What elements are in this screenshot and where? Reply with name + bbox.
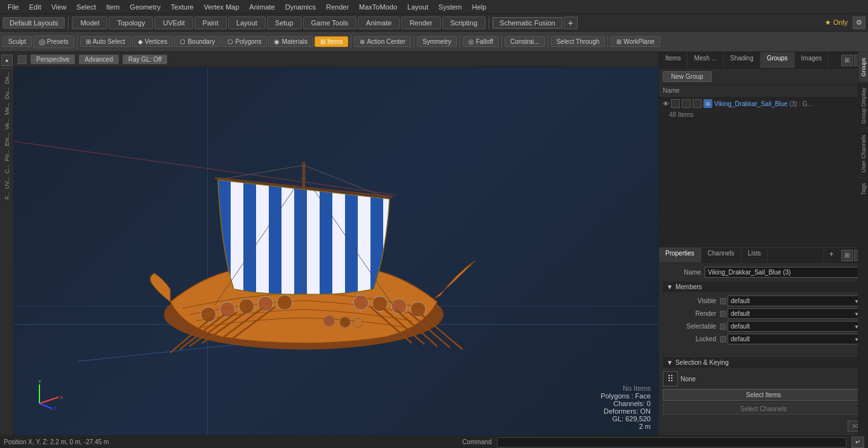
settings-icon[interactable]: ⚙ bbox=[853, 17, 865, 29]
command-submit-btn[interactable]: ↵ bbox=[851, 437, 864, 448]
vtab-group-display[interactable]: Group Display bbox=[858, 82, 868, 129]
select-items-btn[interactable]: Select Items bbox=[663, 389, 864, 401]
svg-line-45 bbox=[39, 397, 58, 404]
viewport[interactable]: Perspective Advanced Ray GL: Off ⟳ ⊕ ⊡ ⊞… bbox=[14, 52, 658, 435]
name-input[interactable] bbox=[705, 267, 864, 278]
items-btn[interactable]: ⊞ Items bbox=[315, 36, 348, 47]
symmetry-btn[interactable]: Symmetry bbox=[417, 36, 457, 47]
layout-tab-animate[interactable]: Animate bbox=[358, 17, 400, 29]
vtab-tags[interactable]: Tags bbox=[858, 177, 868, 200]
ref-icon[interactable] bbox=[693, 99, 702, 108]
sel-keying-header[interactable]: ▼ Selection & Keying bbox=[663, 356, 864, 369]
menu-layout[interactable]: Layout bbox=[402, 2, 433, 12]
new-group-btn[interactable]: New Group bbox=[663, 71, 712, 82]
layout-tab-uvedit[interactable]: UVEdit bbox=[154, 17, 193, 29]
select-channels-btn[interactable]: Select Channels bbox=[663, 403, 864, 415]
tab-mesh[interactable]: Mesh ... bbox=[688, 52, 724, 68]
menu-help[interactable]: Help bbox=[467, 2, 492, 12]
layout-tab-render[interactable]: Render bbox=[401, 17, 440, 29]
auto-select-btn[interactable]: ⊞ Auto Select bbox=[80, 36, 131, 47]
color-swatch[interactable] bbox=[671, 99, 680, 108]
vertices-btn[interactable]: ◆ Vertices bbox=[132, 36, 173, 47]
vtab-user-channels[interactable]: User Channels bbox=[858, 129, 868, 178]
left-sidebar: ■ De... Du... Me... Ve... Em... Po... C.… bbox=[0, 52, 14, 435]
menu-animate[interactable]: Animate bbox=[244, 2, 280, 12]
group-type-icon: G bbox=[703, 99, 712, 108]
render-select[interactable]: default bbox=[728, 308, 862, 319]
command-input[interactable] bbox=[497, 437, 846, 447]
presets-btn[interactable]: ◎ Presets bbox=[33, 36, 74, 48]
sidebar-label-du[interactable]: Du... bbox=[4, 86, 10, 100]
menu-vertex-map[interactable]: Vertex Map bbox=[199, 2, 245, 12]
star-only-label: ★ Only bbox=[825, 18, 848, 27]
sidebar-tool-1[interactable]: ■ bbox=[1, 55, 13, 66]
visibility-icon[interactable]: 👁 bbox=[663, 100, 669, 107]
layout-tab-scripting[interactable]: Scripting bbox=[442, 17, 486, 29]
sidebar-label-em[interactable]: Em... bbox=[4, 132, 10, 147]
menu-edit[interactable]: Edit bbox=[24, 2, 46, 12]
menu-select[interactable]: Select bbox=[71, 2, 101, 12]
menu-file[interactable]: File bbox=[3, 2, 24, 12]
props-tab-channels[interactable]: Channels bbox=[702, 248, 742, 262]
tab-shading[interactable]: Shading bbox=[724, 52, 761, 68]
menu-geometry[interactable]: Geometry bbox=[125, 2, 165, 12]
locked-label: Locked bbox=[665, 336, 716, 343]
layout-tab-topology[interactable]: Topology bbox=[109, 17, 153, 29]
viewport-menu-btn[interactable] bbox=[18, 55, 27, 64]
schematic-fusion-btn[interactable]: Schematic Fusion bbox=[492, 17, 562, 29]
main-area: ■ De... Du... Me... Ve... Em... Po... C.… bbox=[0, 52, 868, 435]
perspective-btn[interactable]: Perspective bbox=[31, 55, 75, 64]
sidebar-label-de[interactable]: De... bbox=[4, 71, 10, 85]
props-tab-properties[interactable]: Properties bbox=[659, 248, 702, 262]
layout-tab-game-tools[interactable]: Game Tools bbox=[303, 17, 357, 29]
selectable-select[interactable]: default bbox=[728, 321, 862, 332]
keying-dots-icon[interactable]: ⠿ bbox=[663, 371, 678, 386]
add-layout-btn[interactable]: + bbox=[564, 17, 578, 29]
menu-dynamics[interactable]: Dynamics bbox=[280, 2, 321, 12]
none-label: None bbox=[681, 376, 864, 383]
viewport-canvas[interactable]: X Y Z No Items Polygons : Face Channels:… bbox=[14, 67, 658, 435]
sidebar-label-me[interactable]: Me... bbox=[4, 101, 10, 116]
constraints-btn[interactable]: Constrai... bbox=[505, 36, 545, 47]
menu-item[interactable]: Item bbox=[101, 2, 125, 12]
props-tab-lists[interactable]: Lists bbox=[742, 248, 768, 262]
members-section-header[interactable]: ▼ Members bbox=[663, 282, 864, 293]
sidebar-label-po[interactable]: Po... bbox=[4, 148, 10, 163]
menu-system[interactable]: System bbox=[433, 2, 467, 12]
select-through-btn[interactable]: Select Through bbox=[551, 36, 606, 47]
render-icon[interactable] bbox=[682, 99, 691, 108]
group-list-item[interactable]: 👁 G Viking_Drakkar_Sail_Blue (3) : G... bbox=[659, 97, 868, 111]
sculpt-btn[interactable]: Sculpt bbox=[3, 36, 32, 47]
advanced-btn[interactable]: Advanced bbox=[79, 55, 118, 64]
add-tab-btn[interactable]: + bbox=[824, 248, 839, 262]
menu-maxtomodo[interactable]: MaxToModo bbox=[354, 2, 402, 12]
sidebar-label-uv[interactable]: UV... bbox=[4, 175, 10, 190]
selectable-select-wrapper: default bbox=[720, 321, 862, 332]
layout-tab-model[interactable]: Model bbox=[72, 17, 107, 29]
tab-groups[interactable]: Groups bbox=[761, 52, 795, 68]
menu-texture[interactable]: Texture bbox=[166, 2, 199, 12]
materials-btn[interactable]: ◉ Materials bbox=[268, 36, 313, 47]
layout-tab-paint[interactable]: Paint bbox=[194, 17, 227, 29]
menu-view[interactable]: View bbox=[46, 2, 72, 12]
work-plane-btn[interactable]: ⊞ WorkPlane bbox=[611, 36, 660, 47]
tab-images[interactable]: Images bbox=[795, 52, 829, 68]
falloff-btn[interactable]: ◎ Falloff bbox=[463, 36, 499, 47]
sidebar-label-ve[interactable]: Ve... bbox=[4, 117, 10, 131]
default-layouts-btn[interactable]: Default Layouts bbox=[3, 17, 65, 29]
tab-items[interactable]: Items bbox=[659, 52, 688, 68]
vtab-groups[interactable]: Groups bbox=[858, 52, 868, 82]
layout-tab-layout[interactable]: Layout bbox=[228, 17, 266, 29]
menu-render[interactable]: Render bbox=[321, 2, 354, 12]
action-center-btn[interactable]: ⊕ Action Center bbox=[354, 36, 411, 47]
expand-icon[interactable]: ⊞ bbox=[841, 55, 853, 66]
boundary-btn[interactable]: ⬡ Boundary bbox=[174, 36, 220, 47]
ray-gl-btn[interactable]: Ray GL: Off bbox=[123, 55, 168, 64]
sidebar-label-f[interactable]: F... bbox=[4, 191, 10, 201]
layout-tab-setup[interactable]: Setup bbox=[267, 17, 302, 29]
polygons-btn[interactable]: ⬡ Polygons bbox=[222, 36, 267, 47]
sidebar-label-c[interactable]: C... bbox=[4, 163, 10, 175]
locked-select[interactable]: default bbox=[728, 334, 862, 344]
expand-props-icon[interactable]: ⊞ bbox=[841, 250, 853, 261]
visible-select[interactable]: default bbox=[728, 295, 862, 306]
